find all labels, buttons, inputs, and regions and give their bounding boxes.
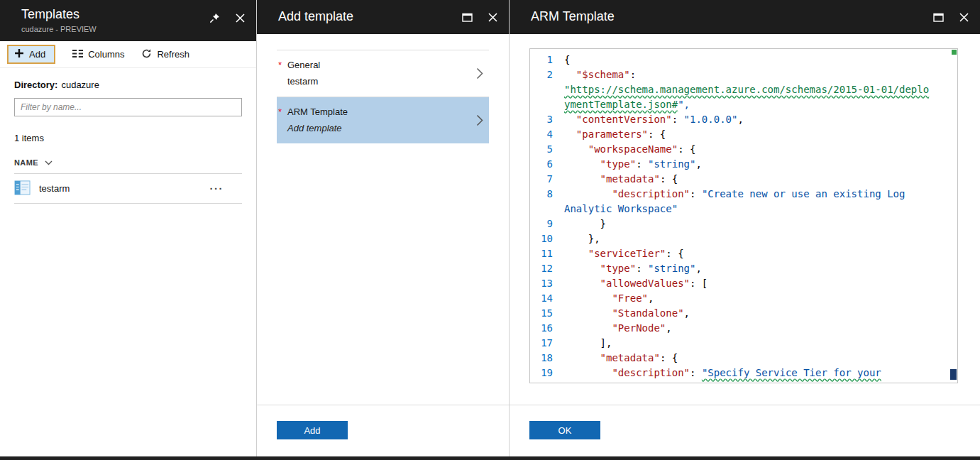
code-lines: 1{2 "$schema":"https://schema.management… <box>530 49 957 380</box>
arm-template-blade-header: ARM Template <box>510 0 980 34</box>
chevron-down-icon <box>45 158 53 167</box>
code-row: 11 "serviceTier": { <box>530 246 957 261</box>
azure-portal-blades: Templates cudazure - PREVIEW Add <box>0 0 980 460</box>
code-row: Analytic Workspace" <box>530 202 957 217</box>
close-icon[interactable] <box>236 13 245 23</box>
page-title: Templates <box>21 7 97 23</box>
directory-line: Directory:cudazure <box>14 80 242 90</box>
code-row: 19 "description": "Specify Service Tier … <box>530 366 957 380</box>
add-command[interactable]: Add <box>7 45 55 64</box>
code-row: 16 "PerNode", <box>530 321 957 336</box>
add-template-content: * General testarm * ARM Template Add tem… <box>257 50 509 143</box>
refresh-command-label: Refresh <box>157 49 189 60</box>
templates-blade-titles: Templates cudazure - PREVIEW <box>21 7 97 33</box>
pin-icon[interactable] <box>209 13 220 23</box>
template-name: testarm <box>39 183 70 194</box>
chevron-right-icon <box>476 114 483 126</box>
step-arm-template[interactable]: * ARM Template Add template <box>277 97 489 143</box>
columns-command-label: Columns <box>88 49 124 60</box>
close-icon[interactable] <box>959 13 969 22</box>
template-json-icon <box>14 180 31 198</box>
directory-label: Directory: <box>14 80 57 90</box>
code-row: "https://schema.management.azure.com/sch… <box>530 82 957 97</box>
code-row: 1{ <box>530 53 957 67</box>
add-button[interactable]: Add <box>277 421 348 439</box>
code-row: 15 "Standalone", <box>530 306 957 321</box>
arm-template-header-actions <box>933 13 969 22</box>
name-column-header[interactable]: NAME <box>14 158 242 174</box>
ok-button[interactable]: OK <box>529 421 600 439</box>
add-command-label: Add <box>29 49 45 60</box>
code-row: 13 "allowedValues": [ <box>530 276 957 291</box>
plus-icon <box>14 48 24 60</box>
directory-value: cudazure <box>61 80 99 90</box>
add-template-header-actions <box>462 13 497 22</box>
add-template-blade: Add template * General testarm <box>257 0 510 460</box>
code-row: 17 ], <box>530 336 957 351</box>
add-template-title: Add template <box>278 9 353 25</box>
close-icon[interactable] <box>488 13 497 22</box>
code-row: 8 "description": "Create new or use an e… <box>530 187 957 202</box>
arm-template-blade: ARM Template 1{2 "$schema":"https://sche… <box>510 0 980 460</box>
step-arm-value: Add template <box>287 123 348 133</box>
step-general[interactable]: * General testarm <box>277 50 489 97</box>
code-row: ymentTemplate.json#", <box>530 97 957 112</box>
commands-toolbar: Add Columns Refresh <box>0 41 256 68</box>
step-general-texts: General testarm <box>287 60 320 87</box>
required-marker: * <box>278 60 287 87</box>
editor-scrollbar-thumb[interactable] <box>950 369 957 380</box>
templates-header-actions <box>209 13 245 23</box>
maximize-icon[interactable] <box>462 13 473 22</box>
code-row: 4 "parameters": { <box>530 127 957 142</box>
add-template-footer: Add <box>257 405 509 455</box>
refresh-icon <box>141 48 152 61</box>
add-template-blade-header: Add template <box>257 0 509 34</box>
columns-icon <box>72 49 83 60</box>
editor-overview-mark-green <box>952 50 957 55</box>
filter-input[interactable] <box>14 98 242 116</box>
arm-template-title: ARM Template <box>531 9 615 25</box>
code-row: 3 "contentVersion": "1.0.0.0", <box>530 112 957 127</box>
items-count: 1 items <box>14 133 242 143</box>
code-row: 5 "workspaceName": { <box>530 142 957 157</box>
json-code-editor[interactable]: 1{2 "$schema":"https://schema.management… <box>529 48 958 383</box>
templates-blade-content: Directory:cudazure 1 items NAME testarm … <box>0 80 256 204</box>
code-row: 14 "Free", <box>530 291 957 306</box>
code-row: 10 }, <box>530 231 957 246</box>
wizard-steps: * General testarm * ARM Template Add tem… <box>277 50 489 143</box>
step-general-label: General <box>287 60 320 70</box>
chevron-right-icon <box>476 67 483 80</box>
code-row: 2 "$schema": <box>530 67 957 82</box>
code-row: 18 "metadata": { <box>530 351 957 366</box>
code-row: 6 "type": "string", <box>530 157 957 172</box>
page-subtitle: cudazure - PREVIEW <box>21 25 97 33</box>
columns-command[interactable]: Columns <box>72 49 124 60</box>
list-item-testarm[interactable]: testarm ··· <box>14 174 242 204</box>
name-column-label: NAME <box>14 158 38 167</box>
maximize-icon[interactable] <box>933 13 944 22</box>
refresh-command[interactable]: Refresh <box>141 48 189 61</box>
templates-blade: Templates cudazure - PREVIEW Add <box>0 0 257 460</box>
step-arm-texts: ARM Template Add template <box>287 106 348 133</box>
code-row: 9 } <box>530 217 957 231</box>
code-row: 7 "metadata": { <box>530 172 957 187</box>
code-row: 12 "type": "string", <box>530 261 957 276</box>
required-marker: * <box>278 106 287 133</box>
step-general-value: testarm <box>287 76 320 87</box>
templates-blade-header: Templates cudazure - PREVIEW <box>0 0 256 41</box>
context-menu-button[interactable]: ··· <box>210 182 224 195</box>
arm-template-footer: OK <box>510 405 980 455</box>
bottom-window-edge <box>0 456 980 460</box>
step-arm-label: ARM Template <box>287 106 348 117</box>
